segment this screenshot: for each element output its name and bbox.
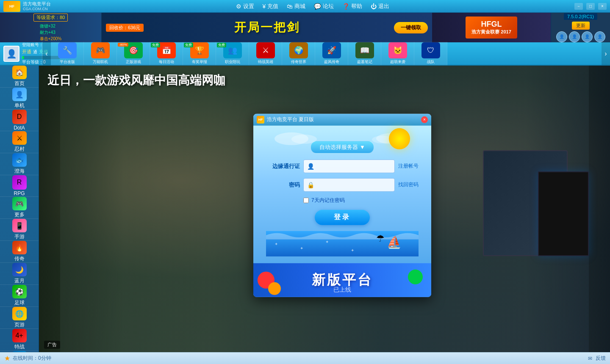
remember-label: 7天内记住密码 [311,196,345,204]
window-controls: － □ × [574,3,607,10]
sidebar-item-澄海[interactable]: 🐟 澄海 [0,153,39,175]
mail-button[interactable]: ✉ [588,356,592,361]
sidebar-item-传奇[interactable]: 🔥 传奇 [0,241,39,263]
tab-label-5: 职业陪玩 [225,59,240,65]
avatar-4: 👤 [594,31,605,42]
sidebar-item-首页[interactable]: 🏠 首页 [0,66,39,88]
game-tab-10[interactable]: 🐱 超萌来袭 [381,42,414,65]
ad-center: 开局一把剑 [234,19,300,36]
sidebar-item-单机[interactable]: 👤 单机 [0,88,39,110]
sidebar-item-RPG[interactable]: R RPG [0,175,39,197]
main-background: 近日，一款游戏风靡中国高端网咖 广告 HF 浩方电竞平台 夏日版 × [39,66,610,352]
sidebar-item-忍村[interactable]: ⚔ 忍村 [0,131,39,153]
sea-star-1: ✦ [274,241,278,246]
sidebar-item-手游[interactable]: 📱 手游 [0,219,39,241]
tab-label-4: 有奖举报 [192,59,207,65]
avatar-row: 👤 👤 👤 👤 [556,31,605,42]
tab-badge-3: 免费 [151,43,160,47]
main-content: 近日，一款游戏风靡中国高端网咖 广告 HF 浩方电竞平台 夏日版 × [39,66,610,352]
account-row: 边缘通行证 👤 注册帐号 [266,159,419,173]
open-link[interactable]: 开通 [22,49,31,55]
sidebar-label-9: 蓝月 [14,277,25,284]
logo-icon: HF [3,1,20,12]
ad-stats: 微镖+32 耐力+43 暴击+200% [40,23,61,42]
sidebar-item-特战[interactable]: 4+ 特战 [0,329,39,351]
beach-umbrella: ☂ [376,233,385,244]
sidebar-item-蹦视[interactable]: 📺 蹦视 [0,351,39,352]
password-row: 密码 🔒 找回密码 [266,178,419,191]
hfgl-badge: HFGL 浩方黄金联赛 2017 [466,17,517,39]
nav-topup[interactable]: ¥充值 [263,3,279,10]
sidebar-label-3: 忍村 [14,146,25,153]
sidebar-label-4: 澄海 [14,168,25,175]
level-bar [22,56,24,59]
maximize-button[interactable]: □ [586,3,595,10]
nav-logout[interactable]: ⏻退出 [371,3,389,10]
boat-decoration: ⛵ [387,235,402,249]
update-button[interactable]: 更新 [572,22,590,30]
nav-shop[interactable]: 🛍商城 [287,3,305,10]
remember-checkbox[interactable] [303,197,309,203]
server-select-button[interactable]: 自动选择服务器 ▼ [311,141,374,153]
sidebar-item-足球[interactable]: ⚽ 足球 [0,285,39,307]
banner-ball-orange [268,282,281,295]
close-button[interactable]: × [598,3,607,10]
account-icon: 👤 [307,163,314,169]
game-tab-0[interactable]: 🔧 平台改版 [51,42,84,65]
ad-grab-button[interactable]: 一键领取 [394,22,428,33]
avatar-2: 👤 [569,31,580,42]
tab-label-6: 特战英雄 [258,59,273,65]
banner-sub-text: 已上线 [333,286,351,293]
user-avatar: 👤 [3,46,19,62]
sidebar-label-0: 首页 [14,80,25,87]
tab-label-11: 战队 [427,59,435,65]
game-tab-2[interactable]: -80% 🎯 正版游戏 [117,42,150,65]
tab-label-8: 盗风传奇 [324,59,339,65]
game-tab-5[interactable]: 免费 👥 职业陪玩 [216,42,249,65]
game-tab-11[interactable]: 🛡 战队 [414,42,447,65]
nav-help[interactable]: ❓帮助 [342,3,362,10]
retrieve-password-link[interactable]: 找回密码 [398,181,419,188]
sidebar-icon-5: R [12,175,27,190]
game-tab-7[interactable]: 🌍 传奇世界 [282,42,315,65]
sidebar-item-更多[interactable]: 🎮 更多 [0,197,39,219]
feedback-button[interactable]: 反馈 [596,355,606,362]
sea-star-4: ✦ [351,248,354,252]
password-input[interactable] [317,182,391,188]
tab-icon-7: 🌍 [289,42,308,58]
tab-badge-5: 免费 [217,43,226,47]
game-tab-9[interactable]: 📖 盗墓笔记 [348,42,381,65]
ad-main-panel: 回收价：636元 开局一把剑 一键领取 [102,13,432,42]
nav-forum[interactable]: 💬论坛 [314,3,334,10]
game-tab-8[interactable]: 🚀 盗风传奇 [315,42,348,65]
game-tab-1[interactable]: 🎮 万能联机 [84,42,117,65]
login-button[interactable]: 登录 [315,210,370,225]
level-requirement: 等级需求：80 [33,14,68,22]
tab-badge-4: 免费 [184,43,193,47]
sidebar-item-页游[interactable]: 🌐 页游 [0,307,39,329]
minimize-button[interactable]: － [574,3,583,10]
sea-star-2: ✦ [300,245,303,250]
user-bar: 👤 登陆账号： 开通 通 充值 平台等级：0 ‹ 🔧 平台改版 🎮 万能联机 [0,42,610,66]
nav-settings[interactable]: ⚙设置 [236,3,254,10]
game-tab-4[interactable]: 免费 🏆 有奖举报 [183,42,216,65]
banner-ball-green [408,269,423,284]
sidebar-item-蓝月[interactable]: 🌙 蓝月 [0,263,39,285]
sidebar-icon-10: ⚽ [12,285,27,298]
version-box: 7.5.0.2(RC1) 更新 👤 👤 👤 👤 [551,13,610,42]
sidebar-label-8: 传奇 [14,255,25,262]
tabs-right-arrow[interactable]: › [602,42,610,65]
sidebar-item-DotA[interactable]: D DotA [0,110,39,131]
ad-left-panel: 等级需求：80 微镖+32 耐力+43 暴击+200% [0,13,102,42]
tabs-left-arrow[interactable]: ‹ [42,42,51,65]
game-tab-3[interactable]: 免费 📅 每日活动 [150,42,183,65]
sidebar-label-6: 更多 [14,211,25,218]
game-tab-6[interactable]: ⚔ 特战英雄 [249,42,282,65]
register-link[interactable]: 注册帐号 [398,163,419,170]
dialog-title: HF 浩方电竞平台 夏日版 [257,116,314,123]
sidebar-icon-2: D [12,110,27,124]
account-input[interactable] [317,163,391,169]
password-input-wrap: 🔒 [303,178,395,191]
tab-label-10: 超萌来袭 [390,59,405,65]
dialog-close-button[interactable]: × [421,116,428,123]
